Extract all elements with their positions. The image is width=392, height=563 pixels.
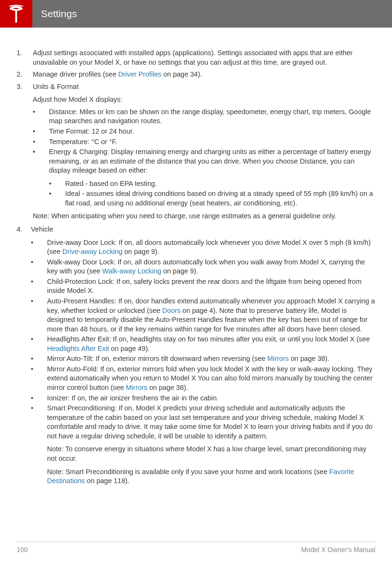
- item-4-ionizer: Ionizer: If on, the air ionizer freshens…: [31, 394, 375, 403]
- item-3-intro: Adjust how Model X displays:: [33, 95, 375, 105]
- page-footer: 100 Model X Owner's Manual: [17, 542, 375, 553]
- item-2-text-a: Manage driver profiles (see: [33, 70, 118, 78]
- item-3-distance: Distance: Miles or km can be shown on th…: [33, 107, 375, 126]
- doors-link[interactable]: Doors: [162, 307, 181, 314]
- page-number: 100: [17, 546, 28, 553]
- tesla-logo-icon: [0, 0, 32, 28]
- item-3-time: Time Format: 12 or 24 hour.: [33, 127, 375, 136]
- item-4-mirrorfold: Mirror Auto-Fold: If on, exterior mirror…: [31, 365, 375, 393]
- item-3-rated: Rated - based on EPA testing.: [49, 179, 375, 189]
- item-3-temp: Temperature: °C or °F.: [33, 137, 375, 147]
- item-1-text: Adjust settings associated with installe…: [33, 49, 353, 66]
- headlights-after-exit-link[interactable]: Headlights After Exit: [47, 345, 109, 352]
- mirrors-link-1[interactable]: Mirrors: [268, 355, 289, 362]
- item-4-child: Child-Protection Lock: If on, safety loc…: [31, 277, 375, 296]
- item-2-text-b: on page 34).: [162, 70, 202, 78]
- driver-profiles-link[interactable]: Driver Profiles: [118, 70, 162, 78]
- item-4: Vehicle Drive-away Door Lock: If on, all…: [17, 225, 375, 486]
- item-3-ideal: Ideal - assumes ideal driving conditions…: [49, 189, 375, 208]
- item-4-walkaway: Walk-away Door Lock: If on, all doors au…: [31, 258, 375, 276]
- item-4-smartprecond: Smart Preconditioning: If on, Model X pr…: [31, 404, 375, 486]
- item-4-note1: Note: To conserve energy in situations w…: [47, 445, 375, 463]
- item-4-autopresent: Auto-Present Handles: If on, door handle…: [31, 297, 375, 334]
- drive-away-locking-link[interactable]: Drive-away Locking: [62, 248, 123, 255]
- item-4-headlights: Headlights After Exit: If on, headlights…: [31, 335, 375, 353]
- page-title: Settings: [32, 0, 77, 28]
- manual-title: Model X Owner's Manual: [301, 546, 375, 553]
- item-3-energy: Energy & Charging: Display remaining ene…: [33, 147, 375, 208]
- item-1: Adjust settings associated with installe…: [17, 49, 375, 67]
- item-4-mirrortilt: Mirror Auto-Tilt: If on, exterior mirror…: [31, 354, 375, 364]
- mirrors-link-2[interactable]: Mirrors: [126, 384, 147, 391]
- item-2: Manage driver profiles (see Driver Profi…: [17, 70, 375, 79]
- item-3: Units & Format Adjust how Model X displa…: [17, 82, 375, 221]
- content-body: Adjust settings associated with installe…: [0, 28, 392, 486]
- item-4-driveaway: Drive-away Door Lock: If on, all doors a…: [31, 238, 375, 257]
- page-header: Settings: [0, 0, 392, 28]
- item-4-title: Vehicle: [31, 225, 53, 233]
- item-4-note2: Note: Smart Preconditioning is available…: [47, 467, 375, 486]
- walk-away-locking-link[interactable]: Walk-away Locking: [102, 267, 161, 275]
- item-3-title: Units & Format: [33, 83, 79, 90]
- item-3-note: Note: When anticipating when you need to…: [33, 212, 375, 221]
